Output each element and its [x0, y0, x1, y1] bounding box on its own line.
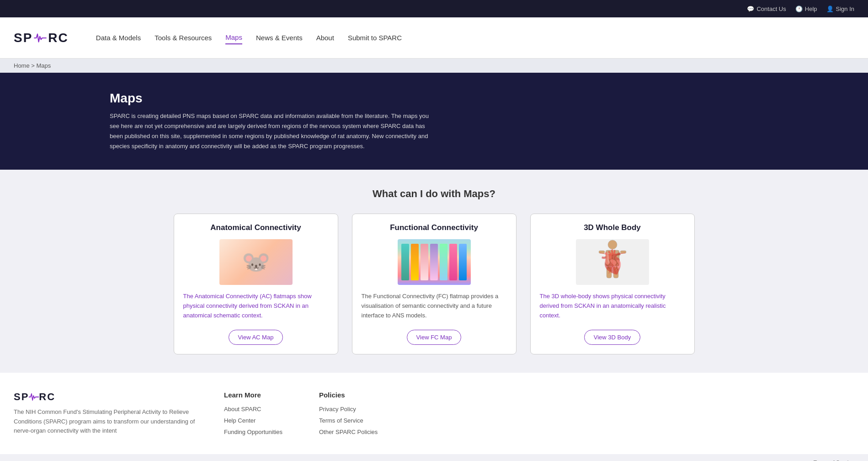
footer-about-sparc[interactable]: About SPARC [224, 406, 282, 413]
card-anatomical-connectivity: Anatomical Connectivity The Anatomical C… [174, 214, 338, 354]
footer-links: Learn More About SPARC Help Center Fundi… [224, 391, 378, 436]
footer-other-policies[interactable]: Other SPARC Policies [319, 429, 378, 435]
footer-logo-right: RC [39, 391, 55, 403]
nav-item-submit[interactable]: Submit to SPARC [348, 32, 402, 44]
svg-line-7 [600, 253, 612, 255]
footer-tagline: The NIH Common Fund's Stimulating Periph… [14, 407, 197, 436]
section-title: What can I do with Maps? [14, 188, 854, 200]
top-bar: 💬 Contact Us 🕐 Help 👤 Sign In [0, 0, 868, 17]
svg-rect-2 [599, 251, 605, 253]
main-content: What can I do with Maps? Anatomical Conn… [0, 170, 868, 372]
cards-container: Anatomical Connectivity The Anatomical C… [137, 214, 731, 354]
footer-privacy-policy[interactable]: Privacy Policy [319, 406, 378, 413]
svg-point-0 [608, 240, 617, 249]
card-3d-whole-body: 3D Whole Body [530, 214, 695, 354]
help-link[interactable]: 🕐 Help [795, 5, 817, 12]
nav-item-data-models[interactable]: Data & Models [96, 32, 141, 44]
sign-in-link[interactable]: 👤 Sign In [826, 5, 854, 12]
view-ac-map-button[interactable]: View AC Map [229, 330, 283, 345]
logo-left: SP [14, 31, 32, 45]
logo-text: SP RC [14, 31, 69, 45]
footer-bottom: Terms of Service [0, 454, 868, 461]
footer-help-center[interactable]: Help Center [224, 417, 282, 424]
page-title: Maps [110, 91, 854, 106]
footer-logo-left: SP [14, 391, 29, 403]
nav-item-maps[interactable]: Maps [225, 31, 242, 44]
logo[interactable]: SP RC [14, 31, 69, 45]
view-3d-body-button[interactable]: View 3D Body [584, 330, 640, 345]
svg-rect-1 [606, 250, 619, 266]
footer-learn-more: Learn More About SPARC Help Center Fundi… [224, 391, 282, 436]
contact-us-link[interactable]: 💬 Contact Us [747, 5, 786, 12]
header: SP RC Data & Models Tools & Resources Ma… [0, 17, 868, 59]
footer-brand: SP RC The NIH Common Fund's Stimulating … [14, 391, 197, 436]
logo-right: RC [48, 31, 68, 45]
footer-heartbeat-icon [29, 392, 39, 402]
footer-learn-more-heading: Learn More [224, 391, 282, 399]
footer-logo: SP RC [14, 391, 197, 403]
card-3d-description: The 3D whole-body shows physical connect… [540, 292, 685, 320]
nav-item-news-events[interactable]: News & Events [256, 32, 303, 44]
card-fc-title: Functional Connectivity [390, 223, 478, 232]
svg-rect-3 [620, 251, 626, 253]
svg-line-9 [609, 266, 612, 273]
footer-policies: Policies Privacy Policy Terms of Service… [319, 391, 378, 436]
chat-icon: 💬 [747, 5, 754, 12]
card-functional-connectivity: Functional Connectivity The Functional C… [352, 214, 517, 354]
footer-policies-heading: Policies [319, 391, 378, 399]
card-ac-description: The Anatomical Connectivity (AC) flatmap… [183, 292, 329, 320]
svg-line-10 [612, 266, 616, 273]
svg-line-8 [612, 253, 625, 255]
nav-item-tools-resources[interactable]: Tools & Resources [154, 32, 212, 44]
card-fc-image [398, 239, 471, 285]
footer-funding[interactable]: Funding Opportunities [224, 429, 282, 435]
card-fc-description: The Functional Connectivity (FC) flatmap… [362, 292, 507, 320]
card-3d-title: 3D Whole Body [584, 223, 641, 232]
hero-section: Maps SPARC is creating detailed PNS maps… [0, 73, 868, 170]
body-svg [594, 239, 631, 285]
clock-icon: 🕐 [795, 5, 803, 12]
nav-item-about[interactable]: About [316, 32, 334, 44]
hero-description: SPARC is creating detailed PNS maps base… [110, 111, 430, 151]
footer: SP RC The NIH Common Fund's Stimulating … [0, 373, 868, 454]
breadcrumb: Home > Maps [0, 59, 868, 73]
svg-rect-5 [613, 267, 618, 278]
view-fc-map-button[interactable]: View FC Map [407, 330, 462, 345]
svg-rect-4 [607, 267, 612, 278]
card-ac-image [219, 239, 293, 285]
footer-policies-list: Privacy Policy Terms of Service Other SP… [319, 406, 378, 435]
logo-heartbeat-icon [33, 32, 47, 43]
footer-terms-of-service[interactable]: Terms of Service [319, 417, 378, 424]
card-ac-title: Anatomical Connectivity [210, 223, 301, 232]
footer-learn-more-list: About SPARC Help Center Funding Opportun… [224, 406, 282, 435]
user-icon: 👤 [826, 5, 834, 12]
card-3d-image [576, 239, 649, 285]
main-nav: Data & Models Tools & Resources Maps New… [96, 31, 402, 44]
